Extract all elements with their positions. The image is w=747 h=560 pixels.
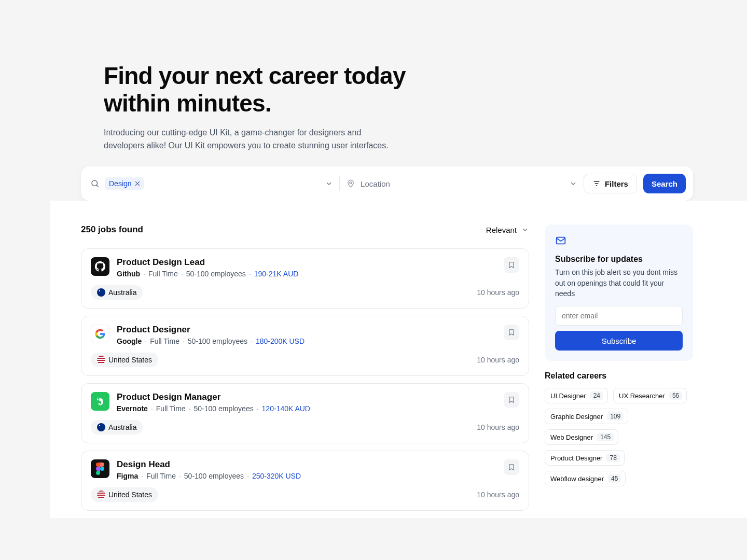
- related-tag[interactable]: Product Designer78: [545, 450, 625, 466]
- flag-icon: [97, 491, 105, 499]
- job-title: Product Design Manager: [117, 392, 496, 402]
- results-count: 250 jobs found: [81, 225, 143, 235]
- location-text: Australia: [108, 423, 136, 431]
- related-tag[interactable]: Webflow designer45: [545, 471, 626, 486]
- tag-count: 24: [590, 391, 603, 400]
- page-title: Find your next career today within minut…: [104, 62, 747, 117]
- company-logo: [91, 392, 109, 411]
- job-type: Full Time: [146, 472, 176, 480]
- bookmark-icon: [508, 261, 515, 269]
- sort-label: Relevant: [486, 226, 517, 234]
- job-card[interactable]: Product Design ManagerEvernote·Full Time…: [81, 383, 529, 443]
- job-meta: Github·Full Time·50-100 employees·190-21…: [117, 270, 496, 278]
- job-title: Design Head: [117, 459, 496, 470]
- related-tag[interactable]: UX Researcher56: [613, 388, 687, 403]
- company-logo: [91, 459, 109, 478]
- location-text: United States: [108, 491, 152, 499]
- job-type: Full Time: [150, 337, 179, 345]
- job-title: Product Design Lead: [117, 257, 496, 268]
- location-chip: Australia: [91, 285, 143, 300]
- divider: [339, 176, 340, 191]
- search-chip-design[interactable]: Design: [105, 177, 144, 190]
- posted-time: 10 hours ago: [477, 491, 519, 499]
- company-name: Google: [117, 337, 142, 345]
- company-logo: [91, 325, 109, 343]
- tag-label: Webflow designer: [550, 475, 604, 483]
- flag-icon: [97, 288, 105, 297]
- company-size: 50-100 employees: [184, 472, 244, 480]
- tag-label: Web Designer: [550, 433, 593, 441]
- sidebar: Subscribe for updates Turn on this job a…: [545, 225, 693, 486]
- location-text: United States: [108, 356, 152, 364]
- filters-button[interactable]: Filters: [584, 174, 637, 193]
- related-tags: UI Designer24UX Researcher56Graphic Desi…: [545, 388, 693, 486]
- salary: 120-140K AUD: [262, 404, 310, 413]
- related-tag[interactable]: UI Designer24: [545, 388, 608, 403]
- job-meta: Evernote·Full Time·50-100 employees·120-…: [117, 404, 496, 413]
- page-subtitle: Introducing our cutting-edge UI Kit, a g…: [104, 127, 394, 152]
- subscribe-button[interactable]: Subscribe: [555, 331, 683, 351]
- job-list: Product Design LeadGithub·Full Time·50-1…: [81, 248, 529, 511]
- results-main: 250 jobs found Relevant Product Design L…: [81, 225, 529, 518]
- subscribe-title: Subscribe for updates: [555, 255, 683, 264]
- bookmark-button[interactable]: [504, 325, 519, 340]
- job-type: Full Time: [148, 270, 178, 278]
- svg-line-1: [96, 186, 98, 187]
- related-tag[interactable]: Web Designer145: [545, 429, 618, 445]
- close-icon[interactable]: [135, 181, 140, 186]
- job-card[interactable]: Product Design LeadGithub·Full Time·50-1…: [81, 248, 529, 309]
- bookmark-button[interactable]: [504, 257, 519, 273]
- tag-count: 56: [669, 391, 682, 400]
- company-logo: [91, 257, 109, 276]
- search-icon: [90, 179, 100, 188]
- mail-icon: [555, 235, 566, 246]
- chevron-down-icon[interactable]: [325, 179, 333, 188]
- salary: 250-320K USD: [252, 472, 301, 480]
- company-size: 50-100 employees: [186, 270, 246, 278]
- tag-label: UI Designer: [550, 392, 586, 400]
- company-name: Github: [117, 270, 140, 278]
- bookmark-button[interactable]: [504, 392, 519, 408]
- svg-point-4: [350, 182, 352, 184]
- email-field[interactable]: [555, 306, 683, 326]
- location-text: Australia: [108, 288, 136, 297]
- bookmark-icon: [508, 328, 515, 337]
- search-button[interactable]: Search: [643, 174, 686, 193]
- company-size: 50-100 employees: [188, 337, 247, 345]
- salary: 190-21K AUD: [254, 270, 299, 278]
- tag-count: 78: [606, 454, 619, 462]
- posted-time: 10 hours ago: [477, 356, 519, 364]
- subscribe-body: Turn on this job alert so you dont miss …: [555, 267, 683, 299]
- flag-icon: [97, 356, 105, 364]
- tag-count: 45: [608, 474, 621, 483]
- related-careers: Related careers UI Designer24UX Research…: [545, 371, 693, 486]
- search-bar: Design Location Filters Search: [81, 166, 693, 201]
- bookmark-icon: [508, 463, 515, 471]
- bookmark-button[interactable]: [504, 459, 519, 475]
- company-size: 50-100 employees: [194, 404, 254, 413]
- location-chip: Australia: [91, 420, 143, 435]
- sort-dropdown[interactable]: Relevant: [486, 226, 529, 234]
- related-tag[interactable]: Graphic Designer109: [545, 409, 628, 424]
- tag-label: Graphic Designer: [550, 413, 603, 421]
- job-card[interactable]: Design HeadFigma·Full Time·50-100 employ…: [81, 451, 529, 511]
- chevron-down-icon[interactable]: [569, 179, 577, 188]
- salary: 180-200K USD: [256, 337, 305, 345]
- related-title: Related careers: [545, 371, 693, 381]
- chevron-down-icon: [521, 226, 529, 234]
- job-title: Product Designer: [117, 325, 496, 335]
- subscribe-card: Subscribe for updates Turn on this job a…: [545, 225, 693, 361]
- chip-label: Design: [109, 179, 132, 188]
- search-label: Search: [652, 179, 677, 188]
- hero: Find your next career today within minut…: [50, 0, 747, 166]
- svg-point-8: [100, 467, 104, 471]
- keyword-segment[interactable]: Design: [90, 177, 333, 190]
- location-pin-icon: [346, 179, 355, 188]
- job-meta: Figma·Full Time·50-100 employees·250-320…: [117, 472, 496, 480]
- svg-point-0: [92, 180, 98, 186]
- posted-time: 10 hours ago: [477, 423, 519, 431]
- location-segment[interactable]: Location: [346, 179, 577, 188]
- bookmark-icon: [508, 396, 515, 404]
- job-card[interactable]: Product DesignerGoogle·Full Time·50-100 …: [81, 316, 529, 376]
- location-chip: United States: [91, 487, 158, 502]
